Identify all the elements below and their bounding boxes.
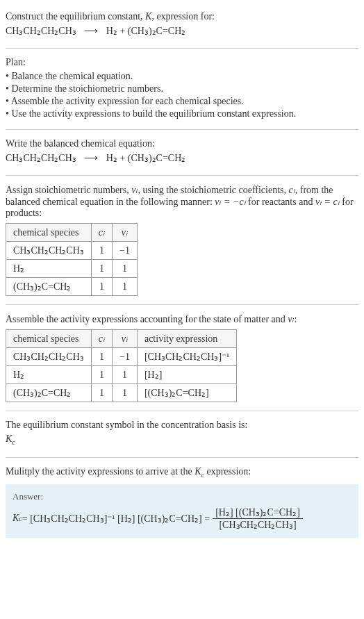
reaction-arrow: ⟶ — [84, 153, 98, 163]
divider — [6, 411, 358, 411]
table-cell: 1 — [91, 366, 112, 384]
stoich-text-part: for reactants and — [246, 197, 315, 207]
table-cell: 1 — [91, 278, 112, 296]
fraction-numerator: [H₂] [(CH₃)₂C=CH₂] — [213, 506, 303, 519]
table-header: activity expression — [137, 330, 236, 348]
table-cell: 1 — [91, 260, 112, 278]
table-cell: (CH₃)₂C=CH₂ — [6, 384, 92, 402]
answer-fraction: [H₂] [(CH₃)₂C=CH₂] [CH₃CH₂CH₂CH₃] — [213, 506, 303, 531]
divider — [6, 457, 358, 458]
table-cell: 1 — [91, 242, 112, 260]
kc-letter: K — [195, 466, 201, 477]
stoich-text: Assign stoichiometric numbers, νᵢ, using… — [6, 184, 358, 219]
table-row: CH₃CH₂CH₂CH₃ 1 −1 [CH₃CH₂CH₂CH₃]⁻¹ — [6, 348, 237, 366]
table-header-row: chemical species cᵢ νᵢ — [6, 224, 138, 242]
table-cell: (CH₃)₂C=CH₂ — [6, 278, 92, 296]
kc-sub: c — [12, 438, 15, 446]
symbol-text: The equilibrium constant symbol in the c… — [6, 420, 358, 431]
table-cell: −1 — [113, 348, 138, 366]
answer-label: Answer: — [13, 491, 351, 502]
reaction-rhs: H₂ + (CH₃)₂C=CH₂ — [106, 153, 185, 163]
stoich-rel: νᵢ = −cᵢ — [215, 197, 245, 207]
divider — [6, 48, 358, 49]
divider — [6, 129, 358, 130]
plan-item: • Determine the stoichiometric numbers. — [6, 83, 358, 94]
table-cell: [(CH₃)₂C=CH₂] — [137, 384, 236, 402]
table-header: cᵢ — [91, 224, 112, 242]
table-header: νᵢ — [113, 330, 138, 348]
title: Construct the equilibrium constant, K, e… — [6, 11, 358, 22]
divider — [6, 175, 358, 176]
table-header: chemical species — [6, 224, 92, 242]
kc-letter: K — [6, 434, 12, 444]
stoich-rel: νᵢ = cᵢ — [315, 197, 340, 207]
reaction-arrow: ⟶ — [84, 26, 98, 36]
assemble-text-part: : — [295, 314, 297, 324]
table-cell: 1 — [113, 278, 138, 296]
c-i: cᵢ — [289, 185, 295, 195]
stoich-text-part: , using the stoichiometric coefficients, — [138, 185, 288, 195]
answer-eq-middle: = [CH₃CH₂CH₂CH₃]⁻¹ [H₂] [(CH₃)₂C=CH₂] = — [22, 513, 210, 525]
assemble-text: Assemble the activity expressions accoun… — [6, 313, 358, 325]
plan-list: • Balance the chemical equation. • Deter… — [6, 71, 358, 119]
kc-letter: K — [13, 513, 19, 524]
table-cell: −1 — [113, 242, 138, 260]
table-cell: CH₃CH₂CH₂CH₃ — [6, 348, 92, 366]
table-row: CH₃CH₂CH₂CH₃ 1 −1 — [6, 242, 138, 260]
title-text-2: , expression for: — [151, 11, 215, 22]
plan-item: • Balance the chemical equation. — [6, 71, 358, 82]
fraction-denominator: [CH₃CH₂CH₂CH₃] — [213, 519, 303, 531]
table-header: νᵢ — [113, 224, 138, 242]
answer-box: Answer: Kc = [CH₃CH₂CH₂CH₃]⁻¹ [H₂] [(CH₃… — [6, 484, 358, 538]
title-text-1: Construct the equilibrium constant, — [6, 11, 145, 22]
table-cell: 1 — [113, 260, 138, 278]
reaction-lhs: CH₃CH₂CH₂CH₃ — [6, 26, 76, 36]
table-cell: 1 — [113, 384, 138, 402]
divider — [6, 304, 358, 305]
stoich-table: chemical species cᵢ νᵢ CH₃CH₂CH₂CH₃ 1 −1… — [6, 223, 138, 296]
stoich-text-part: Assign stoichiometric numbers, — [6, 185, 131, 195]
table-header: cᵢ — [91, 330, 112, 348]
balanced-label: Write the balanced chemical equation: — [6, 138, 358, 149]
table-cell: [H₂] — [137, 366, 236, 384]
table-header: chemical species — [6, 330, 92, 348]
table-cell: 1 — [113, 366, 138, 384]
table-cell: H₂ — [6, 366, 92, 384]
reaction-rhs: H₂ + (CH₃)₂C=CH₂ — [106, 26, 185, 36]
multiply-text-part: Mulitply the activity expressions to arr… — [6, 466, 195, 477]
answer-equation: Kc = [CH₃CH₂CH₂CH₃]⁻¹ [H₂] [(CH₃)₂C=CH₂]… — [13, 506, 351, 531]
activity-table: chemical species cᵢ νᵢ activity expressi… — [6, 329, 237, 402]
plan-label: Plan: — [6, 57, 358, 68]
balanced-reaction: CH₃CH₂CH₂CH₃ ⟶ H₂ + (CH₃)₂C=CH₂ — [6, 152, 358, 164]
table-cell: H₂ — [6, 260, 92, 278]
table-cell: [CH₃CH₂CH₂CH₃]⁻¹ — [137, 348, 236, 366]
nu-i: νᵢ — [288, 314, 294, 324]
multiply-text-part: expression: — [204, 466, 251, 477]
kc-symbol: Kc — [6, 434, 358, 446]
plan-item: • Use the activity expressions to build … — [6, 108, 358, 119]
table-row: (CH₃)₂C=CH₂ 1 1 — [6, 278, 138, 296]
table-header-row: chemical species cᵢ νᵢ activity expressi… — [6, 330, 237, 348]
table-cell: CH₃CH₂CH₂CH₃ — [6, 242, 92, 260]
table-cell: 1 — [91, 384, 112, 402]
table-row: H₂ 1 1 [H₂] — [6, 366, 237, 384]
table-cell: 1 — [91, 348, 112, 366]
multiply-text: Mulitply the activity expressions to arr… — [6, 466, 358, 479]
plan-item: • Assemble the activity expression for e… — [6, 96, 358, 107]
table-row: H₂ 1 1 — [6, 260, 138, 278]
assemble-text-part: Assemble the activity expressions accoun… — [6, 314, 288, 324]
title-K: K — [145, 11, 151, 22]
main-reaction: CH₃CH₂CH₂CH₃ ⟶ H₂ + (CH₃)₂C=CH₂ — [6, 25, 358, 37]
table-row: (CH₃)₂C=CH₂ 1 1 [(CH₃)₂C=CH₂] — [6, 384, 237, 402]
reaction-lhs: CH₃CH₂CH₂CH₃ — [6, 153, 76, 163]
